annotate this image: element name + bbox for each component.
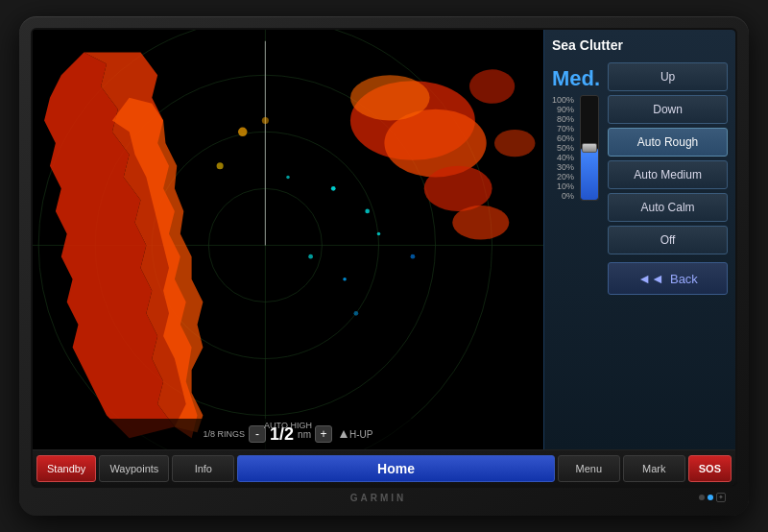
sos-button[interactable]: SOS [688,455,732,482]
svg-point-14 [494,130,536,157]
menu-button[interactable]: Menu [558,455,620,482]
svg-point-15 [331,186,336,191]
main-content: AUTO HIGH 1/8 RINGS - 1/2 nm + H-UP [33,30,735,449]
radar-info-bar: AUTO HIGH 1/8 RINGS - 1/2 nm + H-UP [33,419,543,449]
auto-rough-button[interactable]: Auto Rough [608,128,728,157]
slider-value-display: Med. [552,62,600,91]
device-frame: AUTO HIGH 1/8 RINGS - 1/2 nm + H-UP [19,16,749,516]
info-button[interactable]: Info [172,455,234,482]
svg-point-22 [354,311,359,316]
svg-point-25 [262,117,269,124]
radar-display: AUTO HIGH 1/8 RINGS - 1/2 nm + H-UP [33,30,543,449]
auto-high-label: AUTO HIGH [264,421,312,430]
slider-section: Med. 100% 90% 80% 70% 60% 50% 40% 30% [552,62,728,436]
home-button[interactable]: Home [237,455,554,482]
svg-point-12 [452,206,509,239]
range-unit: nm [298,429,311,440]
heading-triangle-icon [340,430,348,438]
up-button[interactable]: Up [608,62,728,91]
status-dot-1 [699,495,705,500]
back-chevron-icon: ◄◄ [637,271,664,286]
svg-point-18 [343,278,347,281]
rings-label: 1/8 RINGS [204,429,246,439]
svg-point-17 [308,254,313,259]
waypoints-button[interactable]: Waypoints [99,455,169,482]
slider-labels: 100% 90% 80% 70% 60% 50% 40% 30% 20% 10% [552,91,574,205]
bottom-navigation: Standby Waypoints Info Home Menu Mark SO… [33,449,735,486]
panel-title: Sea Clutter [552,37,728,57]
svg-point-19 [377,232,381,236]
settings-icon: ✦ [716,493,726,502]
svg-point-16 [365,209,370,214]
svg-point-23 [238,128,247,136]
standby-button[interactable]: Standby [36,455,96,482]
status-dot-2 [708,495,713,500]
svg-point-20 [286,176,290,180]
sea-clutter-panel: Sea Clutter Med. 100% 90% 80% 70% 60% 50… [543,30,735,449]
mark-button[interactable]: Mark [623,455,685,482]
range-increase-button[interactable]: + [315,425,332,443]
panel-buttons: Up Down Auto Rough Auto Medium Auto Calm… [608,62,728,436]
svg-point-11 [424,166,492,211]
down-button[interactable]: Down [608,95,728,124]
brand-label: GARMIN [350,490,407,504]
back-button[interactable]: ◄◄ Back [608,262,728,295]
orientation-display: H-UP [340,429,372,440]
status-indicators: ✦ [699,493,730,502]
svg-point-13 [469,69,515,103]
auto-medium-button[interactable]: Auto Medium [608,160,728,189]
slider-track[interactable] [580,91,599,205]
screen: AUTO HIGH 1/8 RINGS - 1/2 nm + H-UP [31,28,737,488]
off-button[interactable]: Off [608,226,728,254]
svg-point-10 [350,75,430,120]
svg-point-21 [411,254,416,259]
slider-container: 100% 90% 80% 70% 60% 50% 40% 30% 20% 10% [552,91,600,205]
svg-point-24 [217,162,224,169]
auto-calm-button[interactable]: Auto Calm [608,193,728,222]
